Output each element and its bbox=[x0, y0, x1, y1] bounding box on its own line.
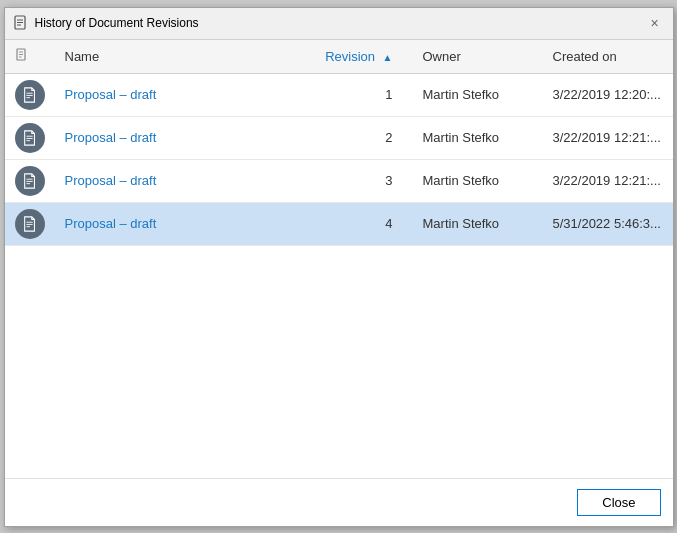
row-created-cell: 3/22/2019 12:21:... bbox=[543, 116, 673, 159]
row-owner-cell: Martin Stefko bbox=[413, 73, 543, 116]
row-name-cell: Proposal – draft bbox=[55, 73, 316, 116]
table-container: Name Revision ▲ Owner Created on bbox=[5, 40, 673, 478]
dialog-window: History of Document Revisions × Name bbox=[4, 7, 674, 527]
document-icon bbox=[15, 166, 45, 196]
row-name-cell: Proposal – draft bbox=[55, 116, 316, 159]
row-name-link[interactable]: Proposal – draft bbox=[65, 173, 157, 188]
row-created-cell: 3/22/2019 12:21:... bbox=[543, 159, 673, 202]
window-title: History of Document Revisions bbox=[35, 16, 645, 30]
col-header-revision[interactable]: Revision ▲ bbox=[315, 40, 412, 74]
row-name-link[interactable]: Proposal – draft bbox=[65, 87, 157, 102]
row-created-cell: 3/22/2019 12:20:... bbox=[543, 73, 673, 116]
row-revision-cell: 1 bbox=[315, 73, 412, 116]
col-header-created-on: Created on bbox=[543, 40, 673, 74]
row-name-cell: Proposal – draft bbox=[55, 159, 316, 202]
row-icon-cell bbox=[5, 116, 55, 159]
row-owner-cell: Martin Stefko bbox=[413, 116, 543, 159]
close-icon[interactable]: × bbox=[645, 13, 665, 33]
row-icon-cell bbox=[5, 73, 55, 116]
row-owner-cell: Martin Stefko bbox=[413, 202, 543, 245]
close-button[interactable]: Close bbox=[577, 489, 660, 516]
table-header-row: Name Revision ▲ Owner Created on bbox=[5, 40, 673, 74]
row-created-cell: 5/31/2022 5:46:3... bbox=[543, 202, 673, 245]
row-revision-cell: 2 bbox=[315, 116, 412, 159]
title-bar: History of Document Revisions × bbox=[5, 8, 673, 40]
col-header-icon bbox=[5, 40, 55, 74]
document-icon bbox=[15, 123, 45, 153]
table-row[interactable]: Proposal – draft3Martin Stefko3/22/2019 … bbox=[5, 159, 673, 202]
row-icon-cell bbox=[5, 202, 55, 245]
document-icon bbox=[15, 80, 45, 110]
row-revision-cell: 4 bbox=[315, 202, 412, 245]
row-name-cell: Proposal – draft bbox=[55, 202, 316, 245]
col-header-owner: Owner bbox=[413, 40, 543, 74]
row-name-link[interactable]: Proposal – draft bbox=[65, 130, 157, 145]
col-header-name: Name bbox=[55, 40, 316, 74]
window-icon bbox=[13, 15, 29, 31]
row-owner-cell: Martin Stefko bbox=[413, 159, 543, 202]
revisions-table: Name Revision ▲ Owner Created on bbox=[5, 40, 673, 246]
table-row[interactable]: Proposal – draft1Martin Stefko3/22/2019 … bbox=[5, 73, 673, 116]
document-icon bbox=[15, 209, 45, 239]
row-icon-cell bbox=[5, 159, 55, 202]
row-revision-cell: 3 bbox=[315, 159, 412, 202]
dialog-footer: Close bbox=[5, 478, 673, 526]
table-row[interactable]: Proposal – draft2Martin Stefko3/22/2019 … bbox=[5, 116, 673, 159]
table-row[interactable]: Proposal – draft4Martin Stefko5/31/2022 … bbox=[5, 202, 673, 245]
row-name-link[interactable]: Proposal – draft bbox=[65, 216, 157, 231]
sort-arrow-icon: ▲ bbox=[383, 52, 393, 63]
